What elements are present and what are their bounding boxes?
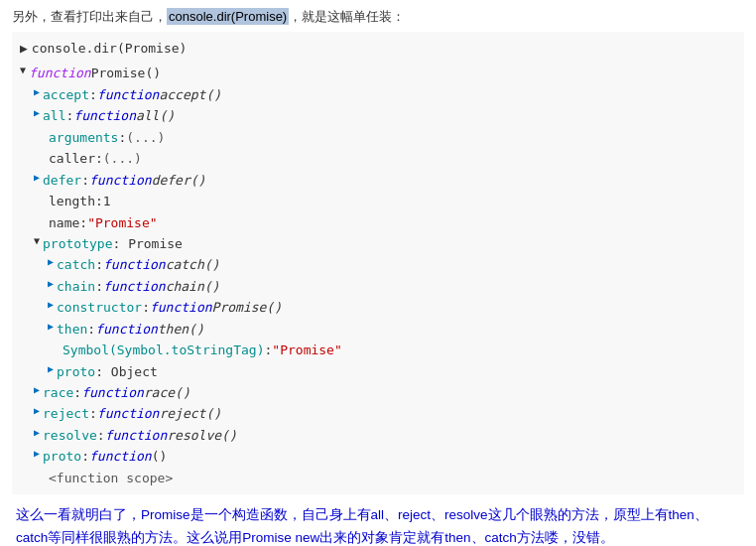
tree-arrow-icon[interactable]: ▶: [34, 403, 40, 420]
tree-part: length: [49, 191, 95, 211]
console-section: ▶ console.dir(Promise) ▼function Promise…: [12, 32, 744, 494]
tree-part: accept(): [159, 84, 221, 105]
tree-row: ▶accept: function accept(): [20, 84, 736, 105]
tree-row: ▶ proto : function (): [20, 446, 736, 467]
tree-part: "Promise": [87, 212, 157, 233]
tree-arrow-icon: ▼: [34, 233, 40, 250]
tree-part: defer: [43, 170, 81, 191]
tree-part: resolve: [43, 425, 97, 446]
tree-arrow-icon[interactable]: ▶: [34, 105, 40, 122]
tree-part: function: [103, 254, 166, 275]
tree-part: name: [49, 212, 79, 233]
top-prefix: 另外，查看打印出来自己，: [12, 9, 167, 24]
tree-part: function: [97, 403, 160, 424]
tree-part: (): [152, 446, 168, 467]
console-tree: ▼function Promise()▶accept: function acc…: [20, 63, 736, 488]
tree-part: :: [73, 382, 81, 403]
description-text: 这么一看就明白了，Promise是一个构造函数，自己身上有all、reject、…: [16, 507, 708, 545]
tree-part: race: [43, 382, 73, 403]
tree-arrow-icon[interactable]: ▶: [34, 170, 40, 187]
tree-arrow-icon[interactable]: ▶: [34, 84, 40, 101]
tree-part: Promise(): [212, 297, 282, 318]
tree-row: name: "Promise": [20, 212, 736, 233]
tree-arrow-icon[interactable]: ▶: [34, 425, 40, 442]
tree-row: ▶resolve: function resolve(): [20, 425, 736, 446]
tree-part: function: [81, 382, 144, 403]
tree-arrow-icon[interactable]: ▶: [48, 254, 54, 271]
tree-part: :: [87, 319, 95, 340]
top-highlight: console.dir(Promise): [167, 8, 289, 25]
top-suffix: ，就是这幅单任装：: [289, 9, 405, 24]
tree-part: function: [89, 446, 152, 467]
tree-arrow-icon[interactable]: ▶: [48, 361, 54, 378]
tree-part: "Promise": [272, 340, 341, 360]
tree-part: function: [89, 170, 152, 191]
tree-row: ▶constructor: function Promise(): [20, 297, 736, 318]
tree-part: caller: [49, 148, 95, 169]
tree-part: function: [95, 319, 158, 340]
tree-part: race(): [144, 382, 190, 403]
tree-part: accept: [43, 84, 89, 105]
tree-row: ▼function Promise(): [20, 63, 736, 83]
tree-part: all(): [136, 105, 175, 126]
tree-part: catch(): [166, 254, 220, 275]
tree-part: function: [103, 276, 166, 297]
tree-row: Symbol(Symbol.toStringTag): "Promise": [20, 340, 736, 360]
tree-part: then(): [158, 319, 204, 340]
tree-part: proto: [43, 446, 81, 467]
tree-part: :: [66, 105, 74, 126]
tree-part: constructor: [57, 297, 142, 318]
tree-part: function: [29, 63, 91, 83]
tree-arrow-icon[interactable]: ▶: [34, 446, 40, 463]
tree-part: arguments: [49, 127, 118, 148]
tree-part: then: [57, 319, 87, 340]
tree-part: :: [95, 254, 103, 275]
tree-row: ▶catch: function catch(): [20, 254, 736, 275]
tree-part: :: [265, 340, 273, 360]
tree-part: defer(): [152, 170, 206, 191]
tree-row: ▶race: function race(): [20, 382, 736, 403]
tree-part: Symbol(Symbol.toStringTag): [63, 340, 265, 360]
tree-arrow-icon: ▼: [20, 63, 26, 79]
tree-arrow-icon[interactable]: ▶: [48, 297, 54, 314]
tree-part: (...): [126, 127, 165, 148]
console-arrow-icon: ▶: [20, 38, 28, 59]
tree-part: <function scope>: [49, 468, 173, 488]
tree-part: (...): [103, 148, 142, 169]
tree-arrow-icon[interactable]: ▶: [48, 319, 54, 336]
tree-part: reject: [43, 403, 89, 424]
tree-part: catch: [57, 254, 95, 275]
tree-part: :: [95, 148, 103, 169]
tree-part: : Promise: [112, 233, 182, 254]
tree-row: ▶defer: function defer(): [20, 170, 736, 191]
tree-part: function: [73, 105, 136, 126]
tree-part: chain(): [166, 276, 220, 297]
tree-row: length: 1: [20, 191, 736, 211]
tree-part: : Object: [95, 361, 158, 382]
tree-part: all: [43, 105, 65, 126]
tree-part: :: [81, 446, 89, 467]
tree-arrow-icon[interactable]: ▶: [48, 276, 54, 293]
tree-part: :: [97, 425, 105, 446]
tree-arrow-icon[interactable]: ▶: [34, 382, 40, 399]
tree-part: :: [118, 127, 126, 148]
tree-part: proto: [57, 361, 95, 382]
tree-part: Promise(): [91, 63, 161, 83]
top-bar: 另外，查看打印出来自己，console.dir(Promise)，就是这幅单任装…: [12, 8, 744, 26]
tree-part: reject(): [159, 403, 221, 424]
tree-part: function: [97, 84, 160, 105]
tree-part: prototype: [43, 233, 112, 254]
tree-row: ▶reject: function reject(): [20, 403, 736, 424]
tree-part: :: [89, 84, 97, 105]
tree-part: function: [150, 297, 212, 318]
tree-part: resolve(): [167, 425, 236, 446]
tree-row: ▶then: function then(): [20, 319, 736, 340]
description-section: 这么一看就明白了，Promise是一个构造函数，自己身上有all、reject、…: [12, 504, 744, 546]
tree-row: ▶ proto : Object: [20, 361, 736, 382]
tree-part: :: [95, 276, 103, 297]
tree-part: :: [142, 297, 150, 318]
console-input-line: ▶ console.dir(Promise): [20, 38, 736, 59]
tree-row: ▶all: function all(): [20, 105, 736, 126]
console-input-code: console.dir(Promise): [32, 38, 188, 59]
tree-row: <function scope>: [20, 468, 736, 488]
